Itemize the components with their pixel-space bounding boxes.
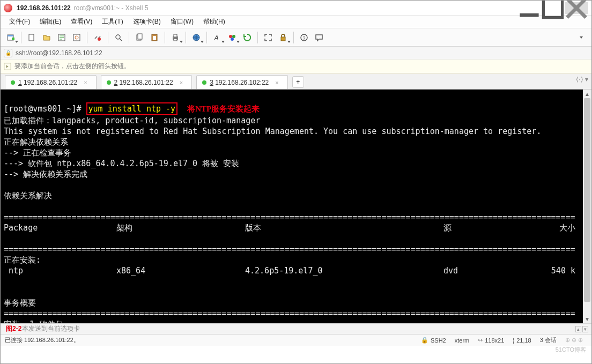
menu-view[interactable]: 查看(V) <box>66 16 97 27</box>
paste-icon[interactable] <box>147 31 161 44</box>
add-tab-button[interactable]: + <box>292 76 304 88</box>
svg-rect-13 <box>153 36 156 40</box>
annotation: 将NTP服务安装起来 <box>187 105 260 113</box>
menu-file[interactable]: 文件(F) <box>5 16 34 27</box>
toolbar-overflow-icon[interactable] <box>574 31 588 44</box>
tab-label: 1 192.168.26.101:22 <box>18 79 77 86</box>
toolbar: A ? <box>1 28 591 47</box>
close-button[interactable] <box>565 2 588 14</box>
refresh-icon[interactable] <box>240 31 254 44</box>
svg-point-9 <box>116 35 120 39</box>
lock-icon[interactable] <box>276 31 290 44</box>
svg-point-21 <box>231 38 234 41</box>
address-text[interactable]: ssh://root@192.168.26.101:22 <box>16 49 102 57</box>
tab-close-icon[interactable]: × <box>180 79 183 86</box>
svg-point-19 <box>229 35 232 38</box>
app-icon <box>4 4 12 12</box>
font-icon[interactable]: A <box>210 31 224 44</box>
command-text: yum install ntp -y <box>88 104 176 114</box>
properties-icon[interactable] <box>55 31 69 44</box>
svg-rect-16 <box>174 39 177 41</box>
print-icon[interactable] <box>168 31 182 44</box>
table-header: Package架构版本源大小 <box>4 222 588 233</box>
comment-icon[interactable] <box>312 31 326 44</box>
figure-label: 图2-2 <box>6 324 21 333</box>
disconnect-icon[interactable] <box>91 31 105 44</box>
divider: ========================================… <box>4 244 575 254</box>
status-size: ⇿ 118x21 <box>478 337 504 344</box>
help-icon[interactable]: ? <box>297 31 311 44</box>
tab-close-icon[interactable]: × <box>275 79 278 86</box>
svg-point-20 <box>232 35 235 38</box>
svg-point-8 <box>98 38 101 41</box>
summary-label: 事务概要 <box>4 298 36 308</box>
session-tab-1[interactable]: 1 192.168.26.101:22 × <box>5 75 97 89</box>
svg-rect-3 <box>12 38 14 40</box>
scroll-up-icon[interactable]: ▴ <box>575 326 581 332</box>
svg-text:A: A <box>214 34 218 41</box>
svg-rect-2 <box>8 35 13 36</box>
hint-arrow-icon[interactable] <box>4 63 11 70</box>
divider: ========================================… <box>4 212 575 222</box>
input-hint-text: 本发送到当前选项卡 <box>22 324 80 333</box>
titlebar: 192.168.26.101:22 root@vms001:~ - Xshell… <box>1 1 591 16</box>
scroll-thumb[interactable] <box>584 98 590 302</box>
svg-rect-22 <box>281 37 285 41</box>
globe-icon[interactable] <box>189 31 203 44</box>
new-session-icon[interactable] <box>4 31 18 44</box>
session-tab-2[interactable]: 2 192.168.26.101:22 × <box>101 75 193 89</box>
scroll-up-icon[interactable]: ▴ <box>583 90 591 98</box>
status-cursor: ¦ 21,18 <box>513 337 531 344</box>
minimize-button[interactable] <box>517 2 541 14</box>
dropdown-icon[interactable]: ▾ <box>582 326 588 332</box>
tab-label: 2 192.168.26.101:22 <box>114 79 173 86</box>
new-file-icon[interactable] <box>25 31 39 44</box>
menu-window[interactable]: 窗口(W) <box>166 16 198 27</box>
tab-label: 3 192.168.26.102:22 <box>210 79 269 86</box>
terminal-scrollbar[interactable]: ▴ ▾ <box>583 90 591 323</box>
output-block-1: 已加载插件：langpacks, product-id, subscriptio… <box>4 116 541 200</box>
status-sessions: 3 会话 <box>540 336 557 344</box>
terminal[interactable]: [root@vms001 ~]# yum install ntp -y 将NTP… <box>1 90 591 323</box>
tab-scroll-buttons[interactable]: ⟨·⟩ ▾ <box>576 76 588 83</box>
svg-rect-15 <box>174 34 177 37</box>
tab-close-icon[interactable]: × <box>84 79 87 86</box>
scroll-down-icon[interactable]: ▾ <box>583 315 591 323</box>
divider: ========================================… <box>4 309 575 318</box>
copy-icon[interactable] <box>132 31 146 44</box>
svg-rect-11 <box>138 34 142 39</box>
status-dot-icon <box>107 80 111 85</box>
watermark: 51CTO博客 <box>556 346 586 354</box>
installing-label: 正在安装: <box>4 255 41 265</box>
statusbar: 已连接 192.168.26.101:22。 🔒 SSH2 xterm ⇿ 11… <box>1 334 591 346</box>
search-icon[interactable] <box>112 31 125 44</box>
status-proto: 🔒 SSH2 <box>421 337 446 344</box>
open-folder-icon[interactable] <box>40 31 54 44</box>
table-row: ntpx86_644.2.6p5-19.el7_0dvd540 k <box>4 265 588 276</box>
hint-bar: 要添加当前会话，点击左侧的箭头按钮。 <box>1 60 591 73</box>
title-host: 192.168.26.101:22 <box>17 4 71 12</box>
menubar: 文件(F) 编辑(E) 查看(V) 工具(T) 选项卡(B) 窗口(W) 帮助(… <box>1 16 591 28</box>
status-dot-icon <box>202 80 206 85</box>
settings-icon[interactable] <box>70 31 84 44</box>
command-highlight: yum install ntp -y <box>86 102 178 115</box>
hint-text: 要添加当前会话，点击左侧的箭头按钮。 <box>14 62 130 71</box>
svg-rect-4 <box>29 34 34 41</box>
maximize-button[interactable] <box>541 2 565 14</box>
session-tabbar: 1 192.168.26.101:22 × 2 192.168.26.101:2… <box>1 73 591 90</box>
title-sub: root@vms001:~ - Xshell 5 <box>74 4 149 12</box>
session-tab-3[interactable]: 3 192.168.26.102:22 × <box>196 75 288 89</box>
color-icon[interactable] <box>225 31 239 44</box>
input-hint-bar[interactable]: 图2-2 本发送到当前选项卡 ▴ ▾ <box>1 323 591 334</box>
svg-rect-6 <box>73 34 80 41</box>
address-lock-icon[interactable]: 🔓 <box>4 49 12 57</box>
menu-tabs[interactable]: 选项卡(B) <box>129 16 165 27</box>
menu-edit[interactable]: 编辑(E) <box>35 16 65 27</box>
fullscreen-icon[interactable] <box>261 31 275 44</box>
menu-help[interactable]: 帮助(H) <box>199 16 230 27</box>
menu-tools[interactable]: 工具(T) <box>98 16 127 27</box>
svg-rect-0 <box>543 0 562 17</box>
svg-text:?: ? <box>303 35 306 41</box>
install-count: 安装 1 软件包 <box>4 320 63 323</box>
status-term: xterm <box>455 337 470 344</box>
